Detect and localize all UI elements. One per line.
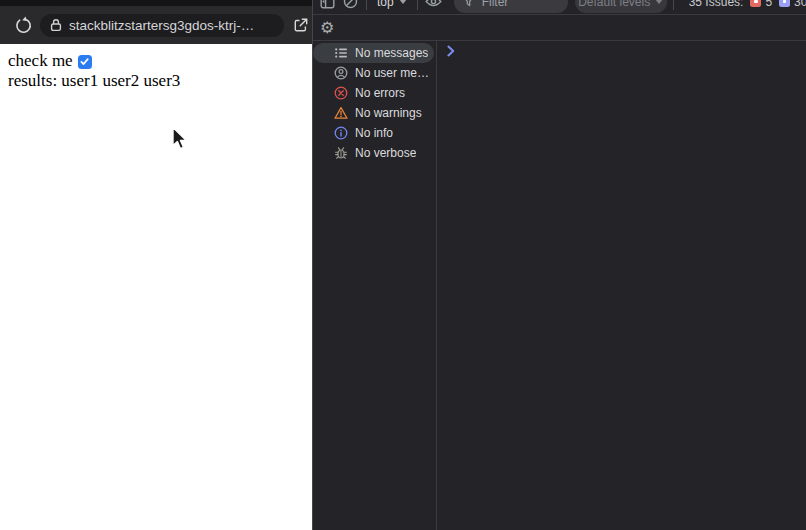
url-text: stackblitzstartersg3gdos-ktrj-… bbox=[69, 18, 254, 33]
sidebar-item-no-errors[interactable]: No errors bbox=[313, 83, 436, 103]
sidebar-item-no-warnings[interactable]: No warnings bbox=[313, 103, 436, 123]
sidebar-item-no-messages[interactable]: No messages bbox=[313, 43, 434, 63]
log-levels-dropdown[interactable]: Default levels bbox=[575, 0, 667, 13]
dock-side-icon bbox=[320, 0, 335, 9]
browser-toolbar: stackblitzstartersg3gdos-ktrj-… bbox=[0, 6, 312, 44]
chevron-down-icon bbox=[399, 0, 407, 4]
list-icon bbox=[334, 46, 348, 60]
context-selector[interactable]: top bbox=[373, 0, 411, 9]
sidebar-item-label: No info bbox=[355, 126, 393, 140]
sidebar-item-label: No verbose bbox=[355, 146, 416, 160]
results-text: results: user1 user2 user3 bbox=[8, 71, 312, 91]
filter-input[interactable] bbox=[480, 0, 559, 10]
dock-side-button[interactable] bbox=[317, 0, 337, 12]
console-settings-button[interactable]: ⚙ bbox=[318, 20, 336, 36]
clear-console-button[interactable] bbox=[340, 0, 360, 12]
sidebar-item-label: No warnings bbox=[355, 106, 422, 120]
devtools-panel: top bbox=[312, 0, 806, 530]
sidebar-item-no-verbose[interactable]: No verbose bbox=[313, 143, 436, 163]
issue-error-count: 5 bbox=[765, 0, 772, 9]
gear-icon: ⚙ bbox=[320, 18, 334, 37]
issue-error-icon bbox=[750, 0, 761, 7]
page-content: check me results: user1 user2 user3 bbox=[0, 44, 312, 530]
checkmark-icon bbox=[79, 56, 90, 67]
chevron-down-icon bbox=[655, 0, 663, 4]
info-icon bbox=[334, 126, 348, 140]
sidebar-item-no-info[interactable]: No info bbox=[313, 123, 436, 143]
issue-info-icon bbox=[779, 0, 790, 7]
console-sidebar: No messages No user mes… bbox=[313, 41, 437, 530]
toolbar-divider bbox=[417, 0, 418, 10]
funnel-icon bbox=[463, 0, 474, 7]
context-selector-label: top bbox=[377, 0, 394, 9]
filter-box[interactable] bbox=[454, 0, 568, 13]
warning-icon bbox=[334, 106, 348, 120]
user-icon bbox=[334, 66, 348, 80]
console-settings-row: ⚙ bbox=[313, 15, 806, 41]
reload-icon bbox=[14, 16, 33, 35]
log-levels-label: Default levels bbox=[578, 0, 650, 9]
sidebar-item-label: No messages bbox=[355, 46, 428, 60]
error-icon bbox=[334, 86, 348, 100]
console-prompt-icon bbox=[447, 45, 455, 60]
console-output[interactable] bbox=[438, 41, 806, 530]
live-expression-button[interactable] bbox=[424, 0, 444, 12]
issue-info-count: 30 bbox=[794, 0, 806, 9]
toolbar-divider bbox=[673, 0, 674, 10]
screen: stackblitzstartersg3gdos-ktrj-… check me bbox=[0, 0, 806, 530]
open-external-icon bbox=[292, 16, 310, 34]
issues-counter[interactable]: 35 Issues: 5 30 bbox=[689, 0, 806, 9]
checkbox-label: check me bbox=[8, 51, 73, 71]
eye-icon bbox=[425, 0, 442, 8]
url-bar[interactable]: stackblitzstartersg3gdos-ktrj-… bbox=[40, 14, 284, 37]
clear-console-icon bbox=[343, 0, 358, 9]
console-toolbar: top bbox=[313, 0, 806, 15]
sidebar-item-label: No user mes… bbox=[355, 66, 433, 80]
reload-button[interactable] bbox=[13, 14, 35, 36]
checkbox-row: check me bbox=[8, 51, 312, 71]
toolbar-divider bbox=[366, 0, 367, 10]
verbose-icon bbox=[334, 146, 348, 160]
sidebar-item-label: No errors bbox=[355, 86, 405, 100]
issues-label: 35 Issues: bbox=[689, 0, 744, 9]
sidebar-item-no-user-messages[interactable]: No user mes… bbox=[313, 63, 436, 83]
check-me-checkbox[interactable] bbox=[78, 55, 92, 69]
lock-icon bbox=[50, 18, 62, 32]
browser-preview-window: stackblitzstartersg3gdos-ktrj-… check me bbox=[0, 0, 312, 530]
open-external-button[interactable] bbox=[290, 14, 312, 36]
